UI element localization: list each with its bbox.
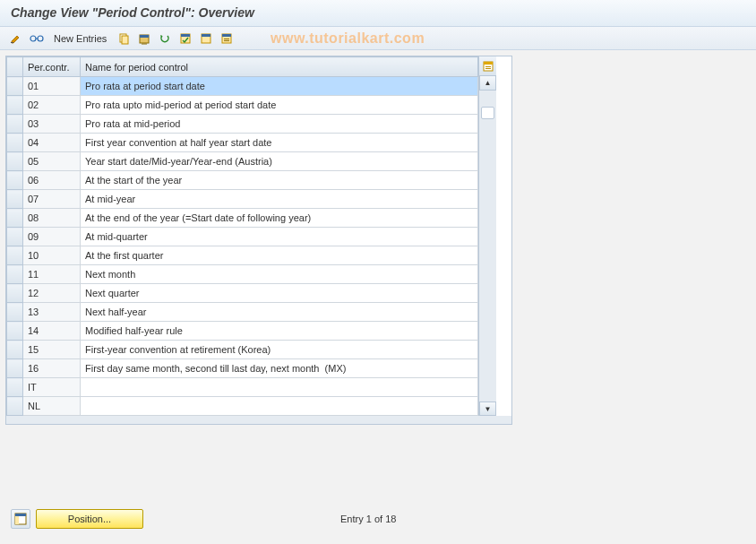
row-selector[interactable]	[7, 115, 23, 134]
period-name-cell[interactable]	[81, 228, 477, 246]
period-name-cell[interactable]	[81, 77, 477, 95]
period-code-cell[interactable]	[23, 265, 80, 283]
new-entries-button[interactable]: New Entries	[48, 31, 112, 46]
horizontal-scrollbar[interactable]	[5, 416, 512, 425]
column-header-selector[interactable]	[7, 57, 23, 77]
table-row	[7, 265, 478, 284]
period-code-cell[interactable]	[23, 190, 80, 208]
svg-rect-6	[140, 35, 149, 38]
period-name-cell[interactable]	[81, 284, 477, 302]
period-name-cell[interactable]	[81, 209, 477, 227]
period-name-cell[interactable]	[81, 171, 477, 189]
row-selector[interactable]	[7, 397, 23, 416]
table-row	[7, 115, 478, 134]
footer: Position... Entry 1 of 18	[0, 506, 756, 531]
svg-point-2	[38, 36, 43, 41]
svg-rect-16	[484, 62, 493, 65]
row-selector[interactable]	[7, 303, 23, 322]
period-name-cell[interactable]	[81, 190, 477, 208]
row-selector[interactable]	[7, 134, 23, 152]
table-row	[7, 397, 478, 416]
deselect-all-icon[interactable]	[197, 30, 215, 47]
svg-rect-13	[224, 39, 229, 39]
titlebar: Change View "Period Control": Overview	[0, 0, 756, 27]
period-name-cell[interactable]	[81, 96, 477, 114]
period-code-cell[interactable]	[23, 228, 80, 246]
period-name-cell[interactable]	[81, 134, 477, 151]
select-all-icon[interactable]	[176, 30, 194, 47]
period-code-cell[interactable]	[23, 115, 80, 133]
row-selector[interactable]	[7, 209, 23, 228]
period-code-cell[interactable]	[23, 152, 80, 170]
row-selector[interactable]	[7, 246, 23, 265]
table-row	[7, 152, 478, 171]
table-settings-icon[interactable]	[479, 56, 496, 76]
row-selector[interactable]	[7, 378, 23, 397]
delete-icon[interactable]	[135, 30, 153, 47]
period-code-cell[interactable]	[23, 209, 80, 227]
position-button[interactable]: Position...	[36, 509, 143, 529]
period-name-cell[interactable]	[81, 152, 477, 170]
undo-icon[interactable]	[156, 30, 174, 47]
period-name-cell[interactable]	[81, 341, 477, 358]
change-display-icon[interactable]	[7, 30, 25, 47]
scrollbar-track[interactable]: ▲ ▼	[479, 76, 496, 416]
glasses-icon[interactable]	[28, 30, 46, 47]
period-code-cell[interactable]	[23, 284, 80, 302]
layout-icon[interactable]	[11, 509, 30, 529]
period-name-cell[interactable]	[81, 397, 477, 415]
row-selector[interactable]	[7, 359, 23, 378]
period-name-cell[interactable]	[81, 303, 477, 321]
period-name-cell[interactable]	[81, 265, 477, 283]
period-code-cell[interactable]	[23, 341, 80, 358]
period-code-cell[interactable]	[23, 96, 80, 114]
scroll-up-button[interactable]: ▲	[479, 76, 496, 91]
table-row	[7, 134, 478, 152]
period-name-cell[interactable]	[81, 246, 477, 264]
row-selector[interactable]	[7, 96, 23, 115]
svg-point-1	[30, 36, 36, 41]
period-name-cell[interactable]	[81, 322, 477, 340]
table-container: Per.contr. Name for period control ▲ ▼	[5, 56, 512, 417]
period-code-cell[interactable]	[23, 378, 80, 396]
svg-rect-18	[485, 68, 491, 69]
row-selector[interactable]	[7, 228, 23, 246]
row-selector[interactable]	[7, 341, 23, 359]
watermark: www.tutorialkart.com	[271, 30, 425, 47]
period-name-cell[interactable]	[81, 115, 477, 133]
period-name-cell[interactable]	[81, 359, 477, 377]
row-selector[interactable]	[7, 190, 23, 209]
period-code-cell[interactable]	[23, 322, 80, 340]
scrollbar-thumb[interactable]	[481, 107, 494, 119]
column-header-code[interactable]: Per.contr.	[23, 57, 81, 77]
svg-rect-14	[224, 40, 229, 41]
page-title: Change View "Period Control": Overview	[11, 5, 254, 20]
row-selector[interactable]	[7, 77, 23, 96]
copy-icon[interactable]	[115, 30, 133, 47]
table-row	[7, 228, 478, 246]
period-code-cell[interactable]	[23, 246, 80, 264]
table-row	[7, 77, 478, 96]
print-icon[interactable]	[218, 30, 236, 47]
period-code-cell[interactable]	[23, 171, 80, 189]
period-code-cell[interactable]	[23, 134, 80, 151]
row-selector[interactable]	[7, 171, 23, 190]
svg-rect-8	[181, 34, 190, 37]
scroll-down-button[interactable]: ▼	[479, 402, 496, 416]
column-header-name[interactable]: Name for period control	[81, 57, 478, 77]
svg-rect-17	[485, 66, 491, 67]
row-selector[interactable]	[7, 322, 23, 341]
table-row	[7, 284, 478, 303]
row-selector[interactable]	[7, 152, 23, 171]
svg-rect-10	[202, 34, 210, 37]
svg-rect-4	[122, 36, 128, 44]
row-selector[interactable]	[7, 284, 23, 303]
row-selector[interactable]	[7, 265, 23, 284]
period-code-cell[interactable]	[23, 77, 80, 95]
table-row	[7, 96, 478, 115]
period-code-cell[interactable]	[23, 359, 80, 377]
period-name-cell[interactable]	[81, 378, 477, 396]
table-row	[7, 359, 478, 378]
period-code-cell[interactable]	[23, 397, 80, 415]
period-code-cell[interactable]	[23, 303, 80, 321]
